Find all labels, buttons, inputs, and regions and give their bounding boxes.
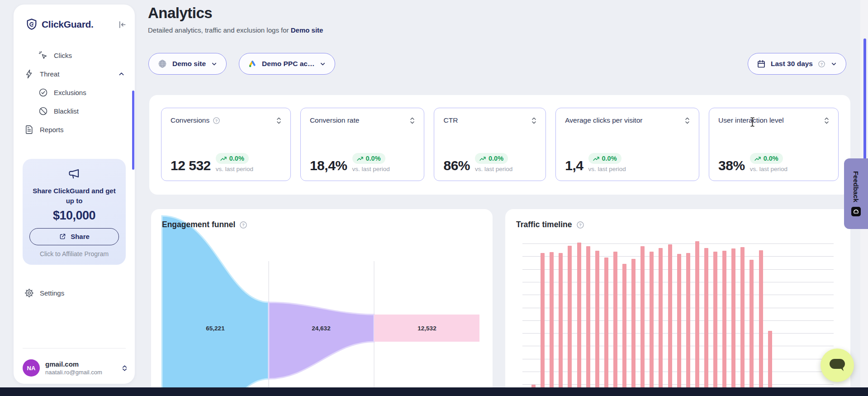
traffic-timeline-card: Traffic timeline ? [505,209,850,396]
logo-row: ClickGuard. [14,5,135,31]
sidebar-item-clicks[interactable]: Clicks [24,46,127,65]
cursor-click-icon [38,51,48,60]
funnel-stage-1-value: 65,221 [206,325,225,332]
promo-message: Share ClickGuard and get up to [29,186,119,206]
feedback-tab[interactable]: Feedback [844,158,868,229]
trend-up-icon [220,156,227,161]
kpi-card-avg-clicks: Average clicks per visitor 1,4 0.0% vs. … [555,108,699,181]
share-button[interactable]: Share [29,228,119,245]
sort-icon[interactable] [685,117,690,124]
chat-bubble-icon [828,358,846,372]
kpi-caption: vs. last period [750,166,787,172]
kpi-value: 12 532 [171,159,211,172]
sidebar-item-label: Threat [40,70,59,78]
sidebar-item-label: Clicks [54,52,72,59]
funnel-stage-3-value: 12,532 [417,325,436,332]
share-button-label: Share [71,233,90,240]
affiliate-link[interactable]: Click to Affiliate Program [29,250,119,258]
sidebar-item-reports[interactable]: Reports [24,120,127,139]
trend-badge: 0.0% [588,153,621,164]
sort-icon[interactable] [410,117,415,124]
sidebar-item-settings[interactable]: Settings [24,284,127,302]
calendar-icon [757,59,766,68]
sidebar-item-blacklist[interactable]: Blacklist [24,102,127,120]
sidebar-nav: Clicks Threat Exclusions [24,46,127,139]
trend-badge: 0.0% [750,153,783,164]
kpi-caption: vs. last period [352,166,390,172]
traffic-bar [722,251,726,388]
traffic-bar [768,331,772,388]
sidebar-item-threat[interactable]: Threat [24,65,127,83]
ban-icon [38,106,48,116]
bottom-bar [0,387,868,396]
kpi-caption: vs. last period [475,166,512,172]
traffic-bar [731,248,735,388]
trend-badge: 0.0% [216,153,249,164]
traffic-bar [640,246,645,388]
ppc-account-dropdown-label: Demo PPC ac… [262,60,314,68]
date-range-dropdown[interactable]: Last 30 days ? [748,53,846,75]
feedback-smiley-icon [851,207,861,216]
trend-badge: 0.0% [475,153,508,164]
account-name: gmail.com [45,360,102,368]
traffic-bar [541,253,545,388]
site-dropdown[interactable]: Demo site [148,53,227,75]
funnel-stage-2 [269,302,374,379]
traffic-bar [740,247,745,388]
chevron-down-icon [211,61,218,67]
page-subtitle: Detailed analytics, traffic and exclusio… [148,26,323,34]
kpi-value: 38% [718,159,745,172]
trend-up-icon [754,156,761,161]
sidebar-scrollbar-thumb[interactable] [132,91,134,170]
sidebar-collapse-icon[interactable] [118,20,127,29]
chevron-up-icon[interactable] [118,71,125,77]
kpi-caption: vs. last period [588,166,626,172]
sort-icon[interactable] [276,117,281,124]
settings-nav: Settings [24,284,127,302]
sort-icon[interactable] [824,117,829,124]
sort-icon[interactable] [531,117,536,124]
traffic-bars [531,209,850,388]
kpi-card-conversions: Conversions ? 12 532 0.0% vs. last perio… [161,108,291,181]
funnel-chart-title: Engagement funnel [162,220,235,229]
help-icon[interactable]: ? [213,117,220,124]
sidebar-item-label: Blacklist [54,107,79,115]
promo-amount: $10,000 [29,209,119,223]
account-switcher[interactable]: NA gmail.com naatali.ro@gmail.com [23,359,128,377]
external-link-icon [59,233,66,240]
engagement-funnel-card: Engagement funnel ? 65,221 24,632 12,532 [151,209,493,396]
traffic-bar [604,258,608,388]
sidebar: ClickGuard. Clicks Threat [14,5,135,384]
sidebar-item-exclusions[interactable]: Exclusions [24,83,127,102]
kpi-label: User interaction level [718,116,784,124]
svg-text:?: ? [579,222,582,227]
account-email: naatali.ro@gmail.com [45,369,102,376]
chevron-down-icon [319,61,326,67]
traffic-bar [704,248,708,388]
svg-text:?: ? [242,222,245,227]
chevron-down-icon [830,61,837,67]
trend-badge: 0.0% [352,153,385,164]
kpi-label: CTR [443,116,458,124]
kpi-value: 1,4 [565,159,583,172]
gear-icon [24,288,34,298]
ppc-account-dropdown[interactable]: Demo PPC ac… [239,53,335,75]
page-subtitle-site: Demo site [291,26,323,34]
date-range-label: Last 30 days [771,60,813,68]
help-icon[interactable]: ? [576,221,584,229]
funnel-stage-2-value: 24,632 [312,325,330,332]
kpi-card-ctr: CTR 86% 0.0% vs. last period [434,108,546,181]
traffic-bar [586,246,590,388]
traffic-bar [686,253,690,388]
traffic-bar [550,252,554,388]
sidebar-item-label: Settings [40,289,64,297]
affiliate-promo-card: Share ClickGuard and get up to $10,000 S… [23,159,126,265]
globe-icon [157,59,167,69]
help-icon[interactable]: ? [239,221,247,229]
chat-widget-button[interactable] [821,348,854,382]
help-icon[interactable]: ? [818,60,825,68]
traffic-bar [631,259,636,388]
traffic-bar [568,246,572,388]
trend-up-icon [479,156,486,161]
kpi-value: 86% [443,159,470,172]
